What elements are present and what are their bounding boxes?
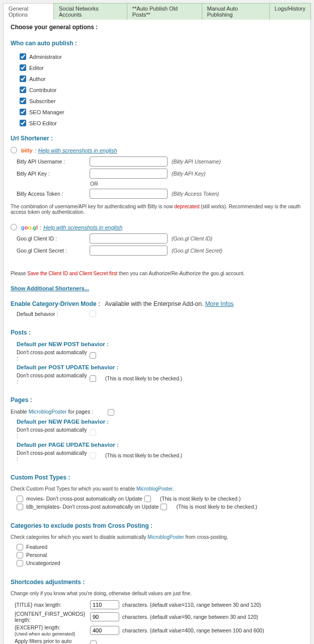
role-editor-check[interactable] xyxy=(20,64,26,71)
sc-excerpt-note: characters. (default value=400, range be… xyxy=(122,627,264,633)
cpt-tdb-check[interactable] xyxy=(17,504,23,510)
tab-list: General Options Social Networks Accounts… xyxy=(3,3,310,20)
cpt-tdb-sep: - Don't cross-post automatically on Upda… xyxy=(59,504,159,510)
bitly-token-label: Bitly Access Token : xyxy=(17,191,90,197)
googl-id-input[interactable] xyxy=(90,233,168,244)
sc-cfw-label: {CONTENT_FIRST_WORDS} length: xyxy=(15,611,90,623)
sc-excerpt-input[interactable] xyxy=(90,626,119,635)
sc-filters-label: Apply filters prior to auto publishing : xyxy=(15,638,90,644)
bitly-username-label: Bitly API Username : xyxy=(17,158,90,165)
pages-upd-heading: Default per PAGE UPDATE behavior : xyxy=(17,442,303,448)
bitly-radio[interactable] xyxy=(11,147,17,153)
googl-brand: goo.gl xyxy=(21,224,38,230)
pages-enable-check[interactable] xyxy=(108,409,114,416)
role-contributor-check[interactable] xyxy=(20,87,26,93)
role-label: Administrator xyxy=(29,54,62,60)
role-administrator-check[interactable] xyxy=(20,53,26,60)
url-shortener-heading: Url Shortener : xyxy=(11,135,303,142)
role-label: Subscriber xyxy=(29,98,56,104)
bitly-key-label: Bitly API Key : xyxy=(17,171,90,177)
bitly-username-input[interactable] xyxy=(90,156,168,167)
pages-heading: Pages : xyxy=(11,396,303,404)
tab-logs-history[interactable]: Logs/History xyxy=(269,3,311,20)
category-mode-avail: Available with the Enterprise Add-on. xyxy=(105,300,203,307)
posts-upd-check[interactable] xyxy=(90,375,96,382)
posts-upd-cb-label: Don't cross-post automatically : xyxy=(17,372,90,384)
pages-upd-cb-label: Don't cross-post automatically : xyxy=(17,450,90,462)
category-mode-label: Enable Category-Driven Mode : xyxy=(11,300,100,307)
show-additional-shorteners-link[interactable]: Show Additional Shorteners... xyxy=(11,285,89,291)
pages-new-cb-label: Don't cross-post automatically : xyxy=(17,427,90,439)
bitly-key-hint: (Bitly API Key) xyxy=(172,171,205,177)
micro-brand: MicroblogPoster xyxy=(29,409,67,415)
intro-heading: Choose your general options : xyxy=(11,24,303,31)
posts-upd-note: (This is most likely to be checked.) xyxy=(105,376,182,381)
role-label: Editor xyxy=(29,65,44,71)
cat-personal-check[interactable] xyxy=(17,552,23,558)
categories-heading: Categories to exclude posts from Cross P… xyxy=(11,522,303,529)
cpt-desc-pre: Check Custom Post Types for which you wa… xyxy=(11,486,136,492)
category-mode-more-link[interactable]: More Infos xyxy=(205,300,234,307)
bitly-token-input[interactable] xyxy=(90,189,168,199)
role-seo-editor-check[interactable] xyxy=(20,120,26,126)
shortcodes-heading: Shortcodes adjustments : xyxy=(11,579,303,586)
cat-featured-check[interactable] xyxy=(17,544,23,550)
cat-label: Uncategorized xyxy=(26,560,60,566)
googl-radio[interactable] xyxy=(11,224,17,230)
tab-social-networks[interactable]: Social Networks Accounts xyxy=(53,3,127,20)
googl-id-hint: (Goo.gl Client ID) xyxy=(172,235,212,242)
posts-new-heading: Default per NEW POST behavior : xyxy=(17,341,303,347)
sc-title-label: {TITLE} max length: xyxy=(15,602,90,608)
who-can-heading: Who can auto publish : xyxy=(11,40,303,47)
posts-new-cb-label: Don't cross-post automatically : xyxy=(17,349,90,361)
bitly-token-hint: (Bitly Access Token) xyxy=(172,191,219,197)
cpt-heading: Custom Post Types : xyxy=(11,474,303,481)
role-label: Contributor xyxy=(29,87,56,93)
posts-new-check[interactable] xyxy=(90,352,96,359)
role-label: SEO Editor xyxy=(29,120,57,126)
pages-enable-pre: Enable xyxy=(11,409,29,415)
cpt-movies-note: (This is most likely to be checked.) xyxy=(160,496,241,502)
sc-cfw-input[interactable] xyxy=(90,612,119,621)
role-label: Author xyxy=(29,76,45,82)
role-label: SEO Manager xyxy=(29,109,64,115)
googl-secret-hint: (Goo.gl Client Secret) xyxy=(172,248,222,254)
sc-title-input[interactable] xyxy=(90,600,119,609)
sc-title-note: characters. (default value=110, range be… xyxy=(122,602,261,608)
googl-save-note: Please Save the Client ID and Client Sec… xyxy=(11,271,303,276)
sc-filters-check[interactable] xyxy=(90,640,97,644)
sc-cfw-note: characters. (default value=90, range bet… xyxy=(122,614,258,620)
shortcodes-desc: Change only if you know what you're doin… xyxy=(11,591,303,596)
tab-manual-auto[interactable]: Manual Auto Publishing xyxy=(202,3,270,20)
googl-secret-input[interactable] xyxy=(90,246,168,256)
sc-excerpt-label: {EXCERPT} length: (Used when auto genera… xyxy=(15,624,90,636)
bitly-deprecation-note: The combination of username/API key for … xyxy=(11,204,303,215)
cpt-movies-upd-check[interactable] xyxy=(144,496,151,502)
pages-enable-post: for pages : xyxy=(67,409,94,415)
pages-new-check[interactable] xyxy=(90,429,96,436)
role-seo-manager-check[interactable] xyxy=(20,109,26,115)
role-author-check[interactable] xyxy=(20,75,26,82)
tab-auto-publish-old[interactable]: **Auto Publish Old Posts** xyxy=(127,3,202,20)
googl-help-link[interactable]: Help with screenshots in english xyxy=(43,224,122,230)
bitly-help-link[interactable]: Help with screenshots in english xyxy=(38,147,117,153)
bitly-key-input[interactable] xyxy=(90,169,168,179)
cpt-tdb-note: (This is most likely to be checked.) xyxy=(176,504,257,510)
cpt-movies-check[interactable] xyxy=(17,496,23,502)
bitly-brand: bitly xyxy=(21,147,33,153)
tab-general-options[interactable]: General Options xyxy=(3,3,54,20)
bitly-or: OR xyxy=(90,181,303,187)
cpt-tdb-upd-check[interactable] xyxy=(161,504,167,510)
cat-label: Featured xyxy=(26,544,47,550)
googl-secret-label: Goo.gl Client Secret : xyxy=(17,248,90,254)
cat-label: Personal xyxy=(26,552,47,558)
posts-upd-heading: Default per POST UPDATE behavior : xyxy=(17,364,303,370)
role-subscriber-check[interactable] xyxy=(20,98,26,104)
googl-id-label: Goo.gl Client ID : xyxy=(17,235,90,242)
cat-uncategorized-check[interactable] xyxy=(17,560,23,567)
default-behavior-label: Default behavior : xyxy=(17,311,90,317)
default-behavior-check[interactable] xyxy=(90,310,96,317)
bitly-username-hint: (Bitly API Username) xyxy=(172,158,221,165)
pages-upd-check[interactable] xyxy=(90,452,96,459)
cpt-tdb-label: tdb_templates xyxy=(26,504,59,510)
